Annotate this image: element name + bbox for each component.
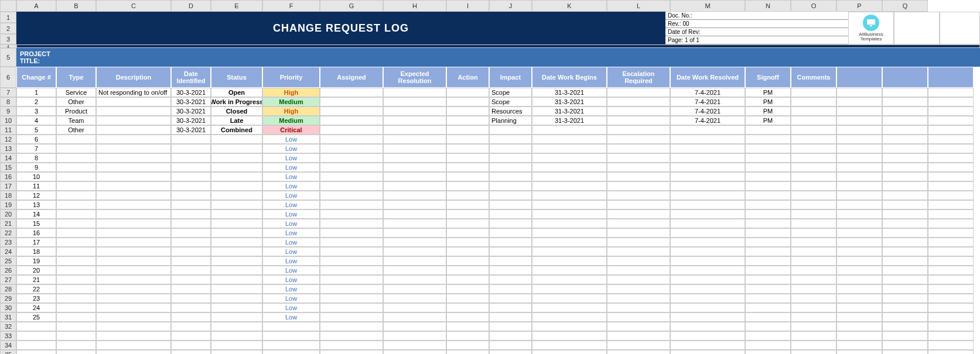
cell[interactable]	[320, 106, 383, 116]
cell[interactable]	[56, 135, 96, 144]
cell[interactable]	[928, 181, 974, 191]
cell[interactable]	[836, 238, 882, 247]
cell[interactable]	[96, 97, 171, 106]
cell[interactable]: 30-3-2021	[171, 97, 211, 106]
cell[interactable]	[607, 209, 670, 219]
cell[interactable]	[532, 350, 607, 354]
cell[interactable]: High	[262, 106, 320, 116]
cell[interactable]	[532, 135, 607, 144]
col-hdr-P[interactable]: P	[836, 0, 882, 12]
cell[interactable]	[791, 191, 836, 200]
cell[interactable]	[96, 125, 171, 135]
cell[interactable]	[836, 322, 882, 331]
cell[interactable]: Low	[262, 153, 320, 163]
cell[interactable]	[211, 331, 262, 341]
cell[interactable]	[211, 284, 262, 294]
cell[interactable]	[607, 153, 670, 163]
cell[interactable]	[383, 88, 446, 97]
cell[interactable]	[670, 163, 745, 172]
row-hdr-8[interactable]: 8	[0, 97, 16, 106]
cell[interactable]: 18	[16, 247, 56, 256]
cell[interactable]	[882, 247, 928, 256]
cell[interactable]: 19	[16, 256, 56, 266]
cell[interactable]	[171, 256, 211, 266]
cell[interactable]	[96, 135, 171, 144]
cell[interactable]	[882, 97, 928, 106]
cell[interactable]	[882, 322, 928, 331]
cell[interactable]: 7-4-2021	[670, 116, 745, 125]
cell[interactable]: Scope	[489, 88, 532, 97]
cell[interactable]	[670, 228, 745, 238]
cell[interactable]	[56, 209, 96, 219]
cell[interactable]	[383, 116, 446, 125]
cell[interactable]: PM	[745, 116, 791, 125]
cell[interactable]	[262, 322, 320, 331]
cell[interactable]	[670, 312, 745, 322]
cell[interactable]	[791, 350, 836, 354]
cell[interactable]	[56, 200, 96, 209]
cell[interactable]: 13	[16, 200, 56, 209]
select-all-corner[interactable]	[0, 0, 16, 12]
cell[interactable]	[320, 275, 383, 284]
cell[interactable]	[171, 247, 211, 256]
cell[interactable]	[56, 153, 96, 163]
cell[interactable]	[882, 312, 928, 322]
cell[interactable]	[882, 88, 928, 97]
row-hdr-32[interactable]: 32	[0, 322, 16, 331]
cell[interactable]: Low	[262, 144, 320, 153]
project-title-bar[interactable]: PROJECT TITLE:	[16, 48, 980, 67]
cell[interactable]: Late	[211, 116, 262, 125]
col-hdr-H[interactable]: H	[383, 0, 446, 12]
cell[interactable]	[446, 312, 489, 322]
cell[interactable]	[446, 144, 489, 153]
cell[interactable]	[446, 341, 489, 350]
cell[interactable]	[882, 209, 928, 219]
cell[interactable]	[211, 266, 262, 275]
cell[interactable]	[96, 322, 171, 331]
cell[interactable]	[670, 275, 745, 284]
cell[interactable]	[836, 219, 882, 228]
cell[interactable]: Low	[262, 266, 320, 275]
hdr-assigned[interactable]: Assigned	[320, 67, 383, 88]
cell[interactable]	[882, 275, 928, 284]
cell[interactable]	[171, 284, 211, 294]
cell[interactable]	[383, 135, 446, 144]
cell[interactable]	[836, 256, 882, 266]
cell[interactable]	[446, 219, 489, 228]
cell[interactable]	[171, 238, 211, 247]
cell[interactable]	[836, 172, 882, 181]
cell[interactable]	[532, 266, 607, 275]
cell[interactable]: 4	[16, 116, 56, 125]
cell[interactable]	[489, 331, 532, 341]
cell[interactable]	[532, 144, 607, 153]
cell[interactable]	[836, 228, 882, 238]
cell[interactable]	[928, 275, 974, 284]
cell[interactable]	[670, 322, 745, 331]
cell[interactable]	[532, 284, 607, 294]
cell[interactable]	[96, 275, 171, 284]
cell[interactable]	[791, 209, 836, 219]
cell[interactable]	[882, 172, 928, 181]
col-hdr-F[interactable]: F	[262, 0, 320, 12]
cell[interactable]	[96, 116, 171, 125]
cell[interactable]: 22	[16, 284, 56, 294]
cell[interactable]	[211, 172, 262, 181]
cell[interactable]	[320, 266, 383, 275]
cell[interactable]	[745, 228, 791, 238]
cell[interactable]	[745, 284, 791, 294]
cell[interactable]	[489, 303, 532, 312]
cell[interactable]	[171, 144, 211, 153]
row-hdr-20[interactable]: 20	[0, 209, 16, 219]
cell[interactable]	[928, 322, 974, 331]
cell[interactable]	[56, 172, 96, 181]
cell[interactable]	[928, 209, 974, 219]
cell[interactable]	[171, 191, 211, 200]
cell[interactable]	[791, 200, 836, 209]
cell[interactable]	[383, 331, 446, 341]
cell[interactable]	[670, 247, 745, 256]
cell[interactable]	[836, 275, 882, 284]
cell[interactable]	[607, 116, 670, 125]
meta-date-rev[interactable]: Date of Rev:	[665, 28, 848, 36]
cell[interactable]	[791, 275, 836, 284]
cell[interactable]	[836, 303, 882, 312]
